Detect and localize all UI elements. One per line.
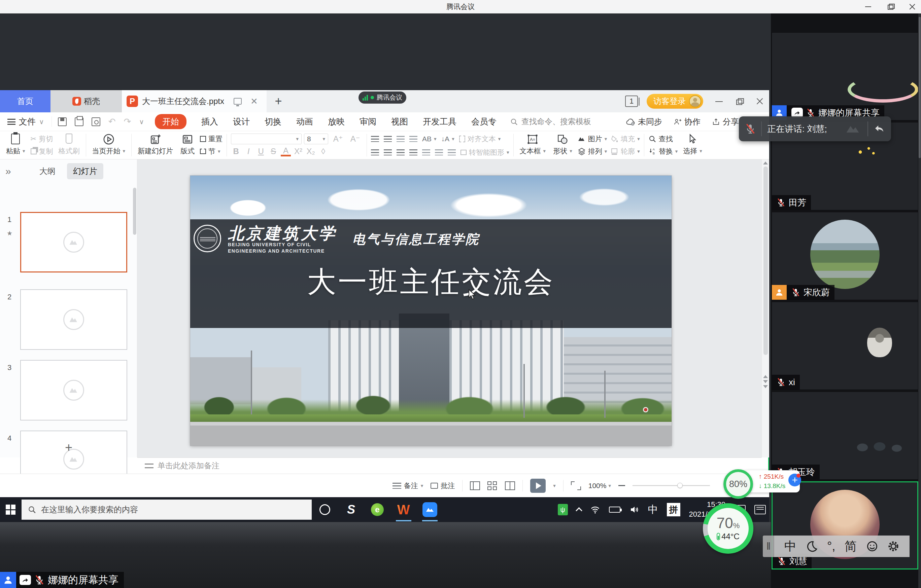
zoom-level[interactable]: 100%▾ [588, 480, 611, 491]
text-box-button[interactable]: 文本框▾ [518, 133, 548, 158]
customize-toolbar-icon[interactable]: ∨ [139, 118, 144, 126]
cpu-usage-bubble[interactable]: 70% 44°C [703, 503, 753, 554]
moon-icon[interactable] [805, 540, 818, 552]
numbered-list-icon[interactable] [384, 136, 392, 142]
guest-login-button[interactable]: 访客登录 [647, 94, 703, 109]
font-size-combo[interactable]: 8▾ [304, 133, 328, 144]
usb-tray-icon[interactable]: ψ [558, 504, 568, 515]
ribbon-tab-slideshow[interactable]: 放映 [328, 116, 345, 127]
accelerator-ball-button[interactable]: + [788, 474, 801, 486]
wifi-icon[interactable] [590, 505, 600, 515]
ribbon-tab-start[interactable]: 开始 [155, 114, 187, 129]
to-smartart-button[interactable]: 转智能图形▾ [460, 147, 509, 158]
zoom-slider[interactable] [633, 485, 710, 486]
fill-button[interactable]: 填充▾ [610, 133, 640, 145]
justify-icon[interactable] [409, 149, 417, 155]
paragraph-spacing-icon[interactable] [448, 149, 456, 155]
ime-pinyin-icon[interactable]: 拼 [667, 503, 680, 517]
line-spacing-icon[interactable] [435, 149, 443, 155]
new-tab-button[interactable]: + [267, 90, 290, 112]
cut-button[interactable]: ✂剪切 [31, 133, 53, 145]
print-preview-icon[interactable] [91, 117, 100, 126]
print-icon[interactable] [75, 117, 83, 126]
ribbon-tab-review[interactable]: 审阅 [360, 116, 376, 127]
close-button[interactable] [909, 3, 916, 10]
normal-view-button[interactable] [470, 481, 480, 490]
meeting-taskbar-button[interactable] [417, 497, 443, 522]
outline-button[interactable]: 轮廓▾ [610, 146, 640, 157]
wps-minimize-button[interactable] [715, 97, 723, 105]
vertical-text-button[interactable]: ↓A▾ [441, 133, 454, 145]
decrease-font-icon[interactable]: A⁻ [348, 134, 363, 144]
tray-expand-icon[interactable] [576, 507, 583, 514]
find-button[interactable]: 查找 [648, 133, 678, 145]
canvas-scrollbar[interactable] [762, 159, 769, 458]
arrange-button[interactable]: 排列▾ [578, 146, 607, 157]
zoom-out-button[interactable] [618, 485, 625, 486]
fit-slide-icon[interactable] [571, 481, 581, 490]
clear-format-icon[interactable]: ◊ [318, 147, 328, 156]
browser-button[interactable]: e [364, 497, 391, 522]
sidebar-scrollbar[interactable] [918, 13, 921, 588]
text-direction-button[interactable]: AB▾ [422, 133, 437, 145]
ime-toolbar[interactable]: ‖ 中 °, 简 [763, 536, 910, 557]
start-button[interactable] [0, 497, 21, 522]
sorter-view-button[interactable] [487, 481, 498, 490]
next-slide-icon[interactable] [763, 380, 768, 383]
slide-thumbnail-2[interactable] [20, 289, 127, 350]
format-painter-button[interactable]: 格式刷 [57, 133, 82, 158]
meeting-floating-badge[interactable]: 腾讯会议 [358, 91, 406, 104]
zoom-slider-thumb[interactable] [677, 483, 683, 488]
underline-button[interactable]: U [256, 147, 266, 156]
wps-taskbar-button[interactable]: W [391, 497, 417, 522]
undo-icon[interactable]: ↶ [108, 116, 116, 127]
ribbon-tab-member[interactable]: 会员专 [471, 116, 496, 127]
new-slide-button[interactable]: 新建幻灯片 [136, 133, 175, 158]
notes-toggle[interactable]: 备注▾ [392, 480, 423, 491]
participant-tile-huyuling[interactable]: 胡玉玲 [771, 391, 918, 480]
sogou-pinwheel-button[interactable]: S [338, 497, 364, 522]
bold-button[interactable]: B [231, 147, 241, 156]
layout-button[interactable]: 版式 [178, 133, 197, 158]
scrollbar-thumb[interactable] [763, 167, 768, 355]
play-options-icon[interactable]: ▾ [553, 483, 556, 489]
share-button[interactable]: 分享 [712, 116, 739, 127]
taskbar-search[interactable]: 在这里输入你要搜索的内容 [21, 500, 312, 520]
panel-tab-outline[interactable]: 大纲 [39, 166, 55, 177]
decrease-indent-icon[interactable] [397, 136, 405, 142]
ime-punctuation[interactable]: °, [827, 539, 835, 553]
reply-icon[interactable] [874, 123, 885, 135]
file-menu[interactable]: 文件 ∨ [0, 116, 52, 127]
scroll-up-icon[interactable] [763, 161, 768, 164]
align-right-icon[interactable] [397, 149, 405, 155]
paste-button[interactable]: 粘贴▾ [4, 133, 27, 158]
present-mode-icon[interactable] [234, 98, 242, 105]
picture-button[interactable]: 图片▾ [578, 133, 607, 145]
wps-tab-docer[interactable]: 稻壳 [50, 90, 122, 112]
slide-thumbnail-3[interactable] [20, 360, 127, 421]
ime-drag-handle[interactable]: ‖ [763, 536, 774, 557]
shapes-button[interactable]: 形状▾ [551, 133, 574, 158]
wps-tab-home[interactable]: 首页 [0, 90, 50, 112]
subscript-button[interactable]: X₂ [306, 147, 316, 156]
save-icon[interactable] [58, 117, 67, 126]
ribbon-tab-animation[interactable]: 动画 [296, 116, 313, 127]
document-count-badge[interactable]: 1 [625, 96, 638, 107]
slide-thumbnail-1[interactable] [20, 212, 127, 273]
battery-icon[interactable] [609, 507, 620, 513]
font-name-combo[interactable]: ▾ [231, 133, 302, 144]
replace-button[interactable]: 替换▾ [648, 146, 678, 157]
ribbon-tab-view[interactable]: 视图 [391, 116, 408, 127]
bullet-list-icon[interactable] [371, 136, 379, 142]
play-from-page-button[interactable]: 当页开始▾ [90, 133, 128, 158]
ribbon-tab-transition[interactable]: 切换 [265, 116, 282, 127]
collaborate-button[interactable]: 协作 [674, 116, 701, 127]
notes-strip[interactable]: 单击此处添加备注 [137, 458, 762, 474]
strikethrough-button[interactable]: S [268, 147, 278, 156]
ribbon-tab-insert[interactable]: 插入 [201, 116, 218, 127]
command-search[interactable]: 查找命令、搜索模板 [510, 116, 591, 127]
ribbon-tab-devtools[interactable]: 开发工具 [423, 116, 456, 127]
participant-tile-songxinwei[interactable]: 宋欣蔚 [771, 212, 918, 300]
cortana-button[interactable] [312, 497, 338, 522]
sync-status[interactable]: 未同步 [626, 116, 662, 127]
